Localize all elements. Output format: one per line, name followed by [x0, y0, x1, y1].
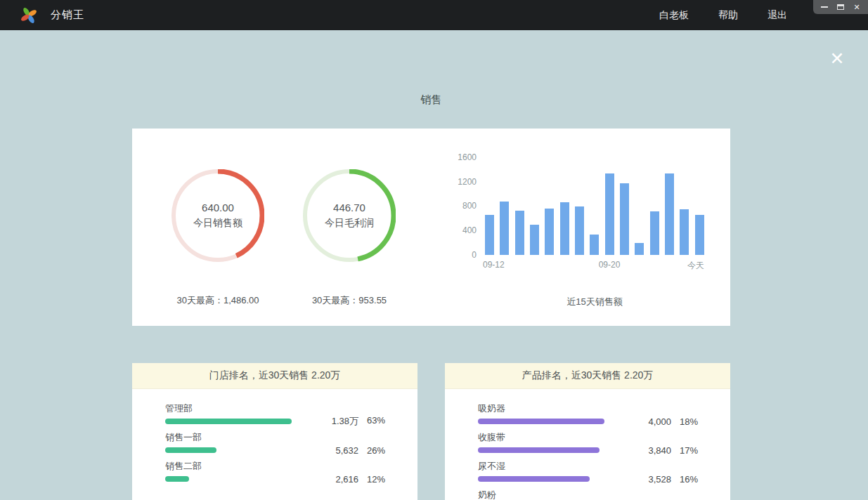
rank-bar — [478, 419, 604, 424]
sales-summary-card: 640.00 今日销售额 30天最高：1,486.00 446.70 今日毛利润… — [132, 129, 730, 326]
rank-value: 1.38万 — [313, 415, 358, 428]
rank-percent: 26% — [358, 445, 385, 456]
minimize-icon[interactable] — [820, 2, 829, 12]
menu-item-user[interactable]: 白老板 — [659, 9, 689, 22]
y-tick-label: 1200 — [448, 177, 477, 187]
menu-item-logout[interactable]: 退出 — [767, 9, 787, 22]
bar — [560, 202, 569, 255]
bar — [500, 202, 509, 255]
rank-label: 尿不湿 — [478, 460, 698, 471]
y-tick-label: 800 — [448, 201, 477, 211]
bar — [515, 211, 524, 255]
rank-row: 销售一部5,63226% — [165, 431, 385, 453]
rank-percent: 12% — [358, 474, 385, 485]
today-profit-value: 446.70 — [333, 202, 365, 213]
x-axis: 09-12 09-20 今天 — [485, 260, 704, 271]
y-axis: 040080012001600 — [448, 157, 477, 255]
rank-row: 尿不湿3,52816% — [478, 460, 698, 482]
bar — [590, 235, 599, 255]
rank-row: 吸奶器4,00018% — [478, 402, 698, 424]
store-rank-card: 门店排名，近30天销售 2.20万 管理部1.38万63%销售一部5,63226… — [132, 363, 417, 500]
rank-value: 3,840 — [626, 445, 671, 456]
rank-bar — [165, 476, 189, 482]
rank-value: 3,528 — [626, 474, 671, 485]
sales-15d-bar-chart: 040080012001600 09-12 09-20 今天 近15天销售额 — [448, 129, 708, 326]
bar — [695, 215, 704, 255]
x-tick-last: 今天 — [687, 260, 704, 272]
rank-label: 销售二部 — [165, 460, 385, 471]
rank-label: 吸奶器 — [478, 402, 698, 413]
bar — [575, 206, 584, 255]
bar — [635, 243, 644, 255]
app-logo-pinwheel-icon — [20, 6, 38, 25]
bar — [485, 215, 494, 255]
menu-item-help[interactable]: 帮助 — [718, 9, 738, 22]
x-tick-first: 09-12 — [483, 260, 505, 270]
bar — [620, 183, 629, 255]
app-title: 分销王 — [51, 8, 84, 22]
y-tick-label: 0 — [448, 250, 477, 260]
rank-value: 4,000 — [626, 416, 671, 427]
bar — [530, 225, 539, 255]
rank-label: 收腹带 — [478, 431, 698, 442]
rank-percent: 16% — [671, 474, 698, 485]
bar — [650, 211, 659, 255]
rank-value: 5,632 — [313, 445, 358, 456]
maximize-icon[interactable] — [836, 2, 846, 12]
bar — [680, 209, 689, 255]
product-rank-title: 产品排名，近30天销售 2.20万 — [445, 363, 730, 389]
rank-row: 收腹带3,84017% — [478, 431, 698, 453]
page-title: 销售 — [132, 93, 730, 107]
today-profit-gauge: 446.70 今日毛利润 — [303, 169, 396, 262]
product-rank-list: 吸奶器4,00018%收腹带3,84017%尿不湿3,52816%奶粉 — [445, 389, 730, 499]
rank-row: 奶粉 — [478, 489, 698, 499]
profit-30d-high: 30天最高：953.55 — [279, 294, 420, 307]
rank-bar — [478, 476, 590, 482]
rank-bar — [478, 447, 600, 453]
x-tick-mid: 09-20 — [599, 260, 621, 270]
window-controls: ✕ — [813, 0, 868, 14]
y-tick-label: 400 — [448, 225, 477, 235]
bar-chart-title: 近15天销售额 — [485, 296, 704, 308]
y-tick-label: 1600 — [448, 152, 477, 162]
rank-row: 管理部1.38万63% — [165, 402, 385, 424]
bar — [545, 209, 554, 255]
rank-percent: 17% — [671, 445, 698, 456]
topbar-menu: 白老板 帮助 退出 — [659, 0, 787, 30]
today-sales-gauge: 640.00 今日销售额 — [171, 169, 264, 262]
store-rank-list: 管理部1.38万63%销售一部5,63226%销售二部2,61612% — [132, 389, 417, 482]
rank-percent: 63% — [358, 415, 385, 428]
today-sales-label: 今日销售额 — [193, 217, 242, 230]
topbar: 分销王 白老板 帮助 退出 ✕ — [0, 0, 868, 30]
window-close-icon[interactable]: ✕ — [852, 2, 862, 12]
bar — [665, 173, 674, 255]
today-sales-value: 640.00 — [202, 202, 234, 213]
sales-30d-high: 30天最高：1,486.00 — [148, 294, 288, 307]
close-icon[interactable]: ✕ — [827, 48, 847, 68]
rank-label: 管理部 — [165, 402, 385, 413]
rank-value: 2,616 — [313, 474, 358, 485]
rank-label: 销售一部 — [165, 431, 385, 442]
store-rank-title: 门店排名，近30天销售 2.20万 — [132, 363, 417, 389]
bar — [605, 173, 614, 255]
rank-label: 奶粉 — [478, 489, 698, 499]
rank-bar — [165, 447, 216, 453]
today-profit-label: 今日毛利润 — [325, 217, 374, 230]
rank-row: 销售二部2,61612% — [165, 460, 385, 482]
main-area: ✕ 销售 640.00 今日销售额 30天最高：1,486.00 446.70 … — [0, 30, 868, 500]
rank-bar — [165, 419, 292, 424]
bar-plot — [485, 157, 704, 255]
rank-percent: 18% — [671, 416, 698, 427]
product-rank-card: 产品排名，近30天销售 2.20万 吸奶器4,00018%收腹带3,84017%… — [445, 363, 730, 500]
